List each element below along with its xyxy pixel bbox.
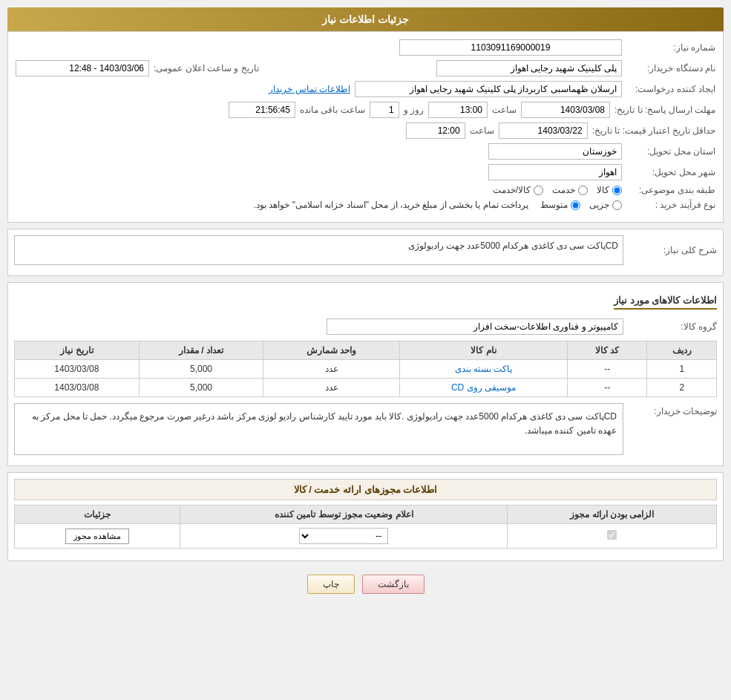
cell-unit: عدد — [263, 360, 400, 379]
goods-table: ردیف کد کالا نام کالا واحد شمارش تعداد /… — [14, 341, 717, 397]
city-input — [488, 164, 622, 180]
process-radio-medium-input[interactable] — [571, 200, 580, 210]
category-radio-service-label: خدمت — [552, 185, 575, 195]
process-radio-minor[interactable]: جزیی — [589, 200, 622, 210]
col-header-unit: واحد شمارش — [263, 341, 400, 360]
creator-label: ایجاد کننده درخواست: — [626, 84, 715, 94]
cell-row: 1 — [647, 360, 717, 379]
category-radio-both[interactable]: کالا/خدمت — [493, 185, 543, 195]
response-days-input — [370, 102, 399, 118]
permissions-table: الزامی بودن ارائه مجوز اعلام وضعیت مجوز … — [14, 505, 717, 549]
goods-section-title: اطلاعات کالاهای مورد نیاز — [614, 295, 717, 310]
price-date-input — [499, 122, 588, 139]
response-date-input — [521, 102, 610, 118]
process-radio-group: جزیی متوسط — [540, 200, 622, 210]
col-header-name: نام کالا — [399, 341, 567, 360]
col-header-code: کد کالا — [568, 341, 647, 360]
cell-unit: عدد — [263, 379, 400, 397]
category-label: طبقه بندی موضوعی: — [626, 185, 715, 195]
announcement-date-input — [16, 60, 149, 76]
buyer-name-input — [436, 60, 622, 76]
city-label: شهر محل تحویل: — [626, 167, 715, 177]
category-radio-group: کالا خدمت کالا/خدمت — [493, 185, 622, 195]
cell-code: -- — [568, 360, 647, 379]
col-header-date: تاریخ نیاز — [15, 341, 140, 360]
process-radio-medium-label: متوسط — [540, 200, 568, 210]
perm-col-details: جزئیات — [15, 506, 180, 524]
cell-qty: 5,000 — [139, 360, 263, 379]
goods-group-input — [327, 318, 623, 335]
back-button[interactable]: بازگشت — [362, 575, 424, 594]
bottom-buttons: بازگشت چاپ — [7, 567, 724, 601]
cell-date: 1403/03/08 — [15, 379, 140, 397]
permissions-section-title: اطلاعات مجوزهای ارائه خدمت / کالا — [14, 479, 717, 500]
price-time-label: ساعت — [470, 125, 494, 136]
col-header-row: ردیف — [647, 341, 717, 360]
perm-col-required: الزامی بودن ارائه مجوز — [508, 506, 717, 524]
perm-required-checkbox — [607, 530, 617, 540]
perm-table-row: -- مشاهده مجوز — [15, 524, 717, 549]
cell-date: 1403/03/08 — [15, 360, 140, 379]
need-summary-text: CDپاکت سی دی کاغذی هرکدام 5000عدد جهت را… — [14, 235, 623, 265]
announcement-date-label: تاریخ و ساعت اعلان عمومی: — [154, 63, 259, 73]
process-note: پرداخت تمام یا بخشی از مبلغ خرید، از محل… — [254, 200, 528, 210]
process-type-label: نوع فرآیند خرید : — [626, 200, 715, 210]
category-radio-service-input[interactable] — [578, 186, 588, 195]
category-radio-service[interactable]: خدمت — [552, 185, 588, 195]
perm-col-status: اعلام وضعیت مجوز توسط تامین کننده — [180, 506, 508, 524]
cell-row: 2 — [647, 379, 717, 397]
province-label: استان محل تحویل: — [626, 146, 715, 157]
perm-status-cell[interactable]: -- — [180, 524, 508, 549]
print-button[interactable]: چاپ — [307, 575, 355, 594]
view-permit-button[interactable]: مشاهده مجوز — [65, 529, 129, 544]
process-radio-medium[interactable]: متوسط — [540, 200, 580, 210]
page-title: جزئیات اطلاعات نیاز — [7, 7, 724, 31]
category-radio-goods[interactable]: کالا — [597, 185, 622, 195]
category-radio-goods-label: کالا — [597, 185, 609, 195]
need-summary-label: شرح کلی نیاز: — [628, 245, 717, 255]
table-row: 2 -- موسیقی روی CD عدد 5,000 1403/03/08 — [15, 379, 717, 397]
cell-name: موسیقی روی CD — [399, 379, 567, 397]
response-remaining-label: ساعت باقی مانده — [300, 105, 365, 115]
price-time-input — [406, 122, 465, 139]
category-radio-both-input[interactable] — [534, 186, 543, 195]
col-header-qty: تعداد / مقدار — [139, 341, 263, 360]
perm-status-select[interactable]: -- — [299, 528, 388, 544]
response-time-input — [428, 102, 488, 118]
perm-details-cell[interactable]: مشاهده مجوز — [15, 524, 180, 549]
response-time-label: ساعت — [492, 105, 517, 115]
buyer-name-label: نام دستگاه خریدار: — [626, 63, 715, 73]
contact-link[interactable]: اطلاعات تماس خریدار — [269, 84, 350, 94]
need-number-input[interactable] — [399, 39, 622, 56]
goods-group-label: گروه کالا: — [628, 321, 717, 332]
response-deadline-label: مهلت ارسال پاسخ: تا تاریخ: — [614, 105, 715, 115]
category-radio-goods-input[interactable] — [612, 186, 622, 195]
buyer-notes-text: CDپاکت سی دی کاغذی هرکدام 5000عدد جهت را… — [14, 403, 623, 455]
cell-code: -- — [568, 379, 647, 397]
process-radio-minor-input[interactable] — [612, 200, 622, 210]
process-radio-minor-label: جزیی — [589, 200, 609, 210]
buyer-notes-label: توضیحات خریدار: — [628, 403, 717, 416]
perm-required-cell — [508, 524, 717, 549]
category-radio-both-label: کالا/خدمت — [493, 185, 531, 195]
response-days-label: روز و — [404, 105, 424, 115]
creator-input — [355, 81, 622, 97]
need-number-label: شماره نیاز: — [626, 42, 715, 53]
response-remaining-input — [229, 102, 295, 118]
cell-qty: 5,000 — [139, 379, 263, 397]
province-input — [488, 143, 622, 160]
table-row: 1 -- پاکت بسته بندی عدد 5,000 1403/03/08 — [15, 360, 717, 379]
cell-name: پاکت بسته بندی — [399, 360, 567, 379]
price-validity-label: حداقل تاریخ اعتبار قیمت: تا تاریخ: — [592, 125, 715, 136]
